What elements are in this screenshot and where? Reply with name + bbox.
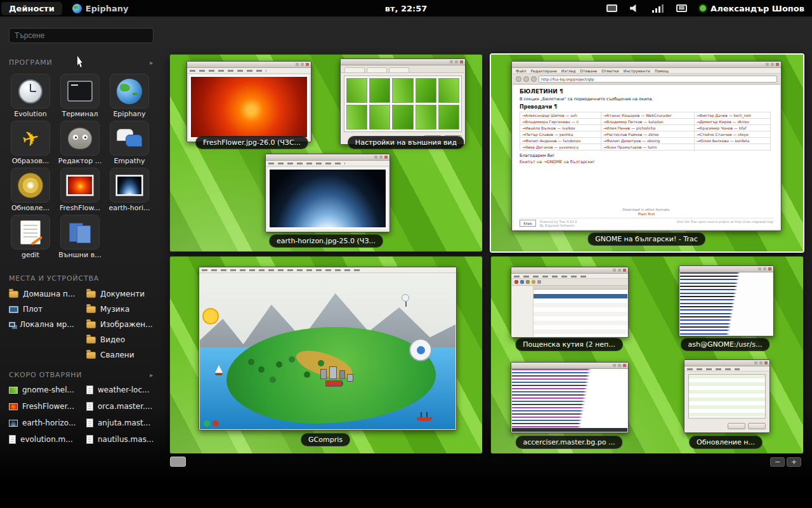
toolbar-icon[interactable]	[532, 280, 535, 284]
window-gimp-freshflower[interactable]	[187, 61, 311, 142]
activities-button[interactable]: Дейности	[1, 2, 62, 15]
app-item-freshflower[interactable]: FreshFlow...	[56, 168, 104, 212]
app-item-external-drives[interactable]: Външни в...	[56, 215, 104, 259]
team-line: Екипът на →GNOME на български!	[520, 159, 773, 164]
menu-item[interactable]: Редактиране	[531, 69, 557, 73]
place-local-network[interactable]: Локална мр...	[9, 319, 84, 330]
place-videos[interactable]: Видео	[86, 335, 161, 345]
window-gimp-earth[interactable]	[265, 154, 390, 232]
menu-item[interactable]: Отиване	[580, 69, 597, 73]
recent-item[interactable]: evolution.m...	[9, 434, 84, 444]
wallpaper-thumb[interactable]	[346, 78, 367, 103]
recent-item[interactable]: gnome-shel...	[9, 385, 84, 395]
desktop-icon	[9, 306, 18, 313]
back-icon[interactable]	[516, 76, 521, 82]
app-item-earth-horizon[interactable]: earth-hori...	[105, 168, 154, 212]
place-label: Изображен...	[100, 320, 153, 329]
place-pictures[interactable]: Изображен...	[86, 319, 161, 330]
toolbar-icon[interactable]	[514, 280, 518, 284]
app-item-gcompris[interactable]: ✈ Образов...	[6, 121, 55, 165]
app-item-update[interactable]: Обновле...	[6, 168, 55, 212]
window-evolution-mail[interactable]	[511, 267, 629, 338]
wallpaper-thumb[interactable]	[392, 105, 413, 130]
window-title-pill: accerciser.master.bg.po ...	[516, 436, 623, 449]
search-input[interactable]	[9, 28, 154, 43]
toolbar-icon[interactable]	[520, 280, 524, 284]
menu-item[interactable]: Отметки	[601, 69, 619, 73]
window-titlebar	[266, 154, 390, 161]
recent-item[interactable]: anjuta.mast...	[86, 418, 161, 428]
sailboat-art	[215, 365, 223, 375]
window-gcompris[interactable]	[199, 267, 457, 431]
place-documents[interactable]: Документи	[86, 289, 161, 299]
wallpaper-thumb[interactable]	[438, 105, 459, 130]
place-downloads[interactable]: Свалени	[86, 350, 161, 360]
gnome-shell-overview: Дейности Epiphany вт, 22:57 Александър Ш…	[0, 0, 812, 508]
network-signal-icon[interactable]	[652, 4, 664, 13]
app-item-gedit[interactable]: gedit	[6, 215, 55, 259]
keyboard-icon[interactable]	[676, 4, 687, 12]
window-epiphany-trac[interactable]: Файл Редактиране Изглед Отиване Отметки …	[511, 61, 782, 231]
zoom-in-button[interactable]: +	[787, 457, 801, 467]
programs-expand-arrow-icon[interactable]: ▸	[150, 59, 154, 66]
app-item-empathy[interactable]: Empathy	[105, 121, 154, 165]
workspace-1[interactable]: FreshFlower.jpg-26.0 (ЧЗС... Настройки н…	[170, 55, 482, 251]
document-icon	[9, 435, 16, 444]
wallpaper-thumb[interactable]	[416, 105, 436, 130]
wallpaper-thumb[interactable]	[416, 78, 436, 103]
address-bar[interactable]: http://fsa-bg.org/project/gtp	[539, 76, 777, 83]
level-badge[interactable]	[409, 338, 432, 361]
workspace-2-active[interactable]: Файл Редактиране Изглед Отиване Отметки …	[491, 55, 803, 251]
app-item-evolution[interactable]: Evolution	[6, 74, 55, 118]
reload-icon[interactable]	[531, 76, 537, 82]
window-system-update[interactable]	[684, 359, 770, 433]
forward-icon[interactable]	[523, 76, 529, 82]
workspace-indicator[interactable]	[170, 457, 186, 467]
recent-item[interactable]: nautilus.mas...	[86, 434, 161, 444]
place-home[interactable]: Домашна п...	[9, 289, 84, 299]
dialog-button[interactable]	[728, 423, 745, 429]
recent-expand-arrow-icon[interactable]: ▸	[150, 371, 154, 378]
recent-item[interactable]: orca.master....	[86, 401, 161, 411]
wallpaper-thumb[interactable]	[346, 105, 367, 130]
window-titlebar	[341, 59, 465, 65]
menu-item[interactable]: Изглед	[561, 69, 576, 73]
menu-item[interactable]: Инструменти	[624, 69, 650, 73]
wallpaper-thumb[interactable]	[438, 78, 459, 103]
translator-cell: →Виктор Дачев — tech_noir	[695, 112, 771, 119]
wallpaper-thumb[interactable]	[369, 105, 390, 130]
recent-item[interactable]: earth-horizo...	[9, 418, 84, 428]
user-menu[interactable]: Александър Шопов	[700, 4, 804, 13]
clock[interactable]: вт, 22:57	[385, 4, 428, 13]
app-item-gimp[interactable]: Редактор ...	[56, 121, 104, 165]
plain-text-link[interactable]: Plain Text	[520, 212, 773, 216]
window-terminal[interactable]	[679, 265, 774, 337]
workspace-4[interactable]: Пощенска кутия (2 неп... ash@GNOME:/usr/…	[491, 257, 803, 453]
terminal-icon	[60, 74, 100, 109]
toolbar-icon[interactable]	[537, 280, 541, 284]
place-desktop[interactable]: Плот	[9, 304, 84, 314]
recent-item[interactable]: weather-loc...	[86, 385, 161, 395]
window-vim-editor[interactable]	[511, 362, 629, 433]
zoom-out-button[interactable]: −	[770, 457, 785, 467]
window-appearance-settings[interactable]	[340, 58, 466, 145]
earth-photo-icon	[110, 168, 149, 203]
volume-icon[interactable]	[630, 4, 639, 13]
wallpaper-thumb[interactable]	[369, 78, 390, 103]
dialog-button[interactable]	[748, 423, 766, 429]
app-menu[interactable]: Epiphany	[72, 4, 129, 13]
app-label: Редактор ...	[56, 157, 104, 165]
wallpaper-thumb[interactable]	[392, 78, 413, 103]
toolbar-icon[interactable]	[526, 280, 530, 284]
window-titlebar	[187, 62, 311, 68]
place-music[interactable]: Музика	[86, 304, 161, 314]
thanks-line: Благодарим Ви!	[520, 153, 773, 158]
app-item-terminal[interactable]: Терминал	[56, 74, 104, 118]
gcompris-controls[interactable]	[204, 420, 210, 427]
menu-item[interactable]: Файл	[516, 69, 527, 73]
menu-item[interactable]: Помощ	[655, 69, 669, 73]
workspace-3[interactable]: GCompris	[170, 257, 482, 453]
recent-item[interactable]: FreshFlower...	[9, 401, 84, 411]
display-icon[interactable]	[606, 4, 617, 12]
app-item-epiphany[interactable]: Epiphany	[105, 74, 154, 118]
